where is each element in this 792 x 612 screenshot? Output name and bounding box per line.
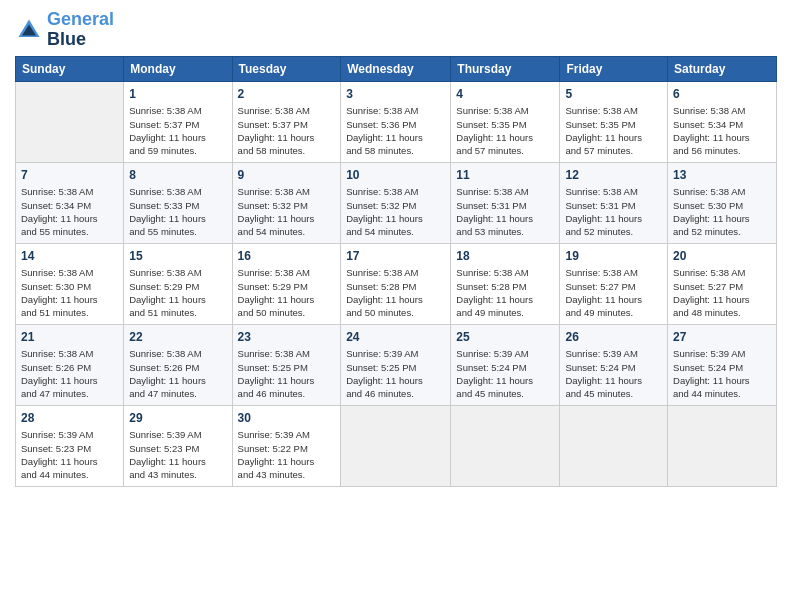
day-info-line: Sunrise: 5:38 AM — [673, 267, 745, 278]
day-info-line: Daylight: 11 hours — [238, 213, 315, 224]
column-header-tuesday: Tuesday — [232, 56, 341, 81]
logo: General Blue — [15, 10, 114, 50]
day-info-line: Daylight: 11 hours — [673, 294, 750, 305]
day-info-line: Daylight: 11 hours — [129, 132, 206, 143]
day-cell — [451, 405, 560, 486]
day-cell: 14Sunrise: 5:38 AMSunset: 5:30 PMDayligh… — [16, 243, 124, 324]
day-number: 19 — [565, 248, 662, 265]
day-info-line: and 51 minutes. — [21, 307, 89, 318]
week-row-5: 28Sunrise: 5:39 AMSunset: 5:23 PMDayligh… — [16, 405, 777, 486]
day-number: 11 — [456, 167, 554, 184]
day-number: 30 — [238, 410, 336, 427]
day-cell: 26Sunrise: 5:39 AMSunset: 5:24 PMDayligh… — [560, 324, 668, 405]
day-info-line: Daylight: 11 hours — [673, 375, 750, 386]
day-info-line: and 43 minutes. — [129, 469, 197, 480]
day-cell: 19Sunrise: 5:38 AMSunset: 5:27 PMDayligh… — [560, 243, 668, 324]
day-info-line: and 47 minutes. — [129, 388, 197, 399]
day-info-line: Sunrise: 5:38 AM — [456, 105, 528, 116]
day-number: 21 — [21, 329, 118, 346]
day-info-line: and 58 minutes. — [346, 145, 414, 156]
day-info-line: Sunset: 5:28 PM — [346, 281, 416, 292]
day-info-line: Daylight: 11 hours — [456, 375, 533, 386]
day-info-line: Sunrise: 5:38 AM — [346, 186, 418, 197]
day-number: 7 — [21, 167, 118, 184]
column-header-sunday: Sunday — [16, 56, 124, 81]
day-cell: 1Sunrise: 5:38 AMSunset: 5:37 PMDaylight… — [124, 81, 232, 162]
day-cell: 8Sunrise: 5:38 AMSunset: 5:33 PMDaylight… — [124, 162, 232, 243]
day-cell — [16, 81, 124, 162]
day-info-line: Daylight: 11 hours — [673, 132, 750, 143]
week-row-4: 21Sunrise: 5:38 AMSunset: 5:26 PMDayligh… — [16, 324, 777, 405]
day-number: 13 — [673, 167, 771, 184]
day-info-line: Sunset: 5:33 PM — [129, 200, 199, 211]
day-cell: 30Sunrise: 5:39 AMSunset: 5:22 PMDayligh… — [232, 405, 341, 486]
day-info-line: Daylight: 11 hours — [456, 213, 533, 224]
day-info-line: and 58 minutes. — [238, 145, 306, 156]
day-info-line: Daylight: 11 hours — [565, 213, 642, 224]
day-info-line: Sunset: 5:24 PM — [673, 362, 743, 373]
day-cell: 5Sunrise: 5:38 AMSunset: 5:35 PMDaylight… — [560, 81, 668, 162]
day-info-line: Daylight: 11 hours — [238, 456, 315, 467]
day-info-line: and 54 minutes. — [238, 226, 306, 237]
day-number: 20 — [673, 248, 771, 265]
day-info-line: and 45 minutes. — [565, 388, 633, 399]
day-info-line: Sunrise: 5:39 AM — [673, 348, 745, 359]
day-number: 14 — [21, 248, 118, 265]
day-number: 2 — [238, 86, 336, 103]
day-info-line: Daylight: 11 hours — [238, 294, 315, 305]
day-info-line: Daylight: 11 hours — [456, 294, 533, 305]
day-info-line: Sunrise: 5:38 AM — [673, 105, 745, 116]
day-info-line: Sunset: 5:26 PM — [129, 362, 199, 373]
day-cell: 13Sunrise: 5:38 AMSunset: 5:30 PMDayligh… — [668, 162, 777, 243]
day-info-line: Daylight: 11 hours — [21, 375, 98, 386]
day-info-line: Sunset: 5:30 PM — [673, 200, 743, 211]
day-number: 3 — [346, 86, 445, 103]
day-number: 8 — [129, 167, 226, 184]
main-container: General Blue SundayMondayTuesdayWednesda… — [0, 0, 792, 497]
day-info-line: and 46 minutes. — [238, 388, 306, 399]
day-cell: 29Sunrise: 5:39 AMSunset: 5:23 PMDayligh… — [124, 405, 232, 486]
day-info-line: Sunset: 5:34 PM — [673, 119, 743, 130]
day-info-line: Sunrise: 5:38 AM — [129, 267, 201, 278]
day-info-line: and 47 minutes. — [21, 388, 89, 399]
day-number: 26 — [565, 329, 662, 346]
day-info-line: Daylight: 11 hours — [565, 375, 642, 386]
day-info-line: Sunrise: 5:38 AM — [456, 267, 528, 278]
day-number: 15 — [129, 248, 226, 265]
day-number: 1 — [129, 86, 226, 103]
day-info-line: Sunrise: 5:38 AM — [21, 267, 93, 278]
day-info-line: Sunset: 5:22 PM — [238, 443, 308, 454]
day-info-line: Sunrise: 5:38 AM — [456, 186, 528, 197]
day-info-line: Sunrise: 5:39 AM — [565, 348, 637, 359]
day-cell: 27Sunrise: 5:39 AMSunset: 5:24 PMDayligh… — [668, 324, 777, 405]
calendar-table: SundayMondayTuesdayWednesdayThursdayFrid… — [15, 56, 777, 487]
calendar-header-row: SundayMondayTuesdayWednesdayThursdayFrid… — [16, 56, 777, 81]
week-row-3: 14Sunrise: 5:38 AMSunset: 5:30 PMDayligh… — [16, 243, 777, 324]
day-cell: 16Sunrise: 5:38 AMSunset: 5:29 PMDayligh… — [232, 243, 341, 324]
day-info-line: Sunrise: 5:39 AM — [21, 429, 93, 440]
day-info-line: Sunrise: 5:38 AM — [21, 186, 93, 197]
day-number: 29 — [129, 410, 226, 427]
day-number: 25 — [456, 329, 554, 346]
logo-text: General Blue — [47, 10, 114, 50]
day-info-line: Daylight: 11 hours — [129, 375, 206, 386]
day-info-line: Sunset: 5:30 PM — [21, 281, 91, 292]
day-info-line: Daylight: 11 hours — [238, 375, 315, 386]
day-info-line: Sunset: 5:32 PM — [346, 200, 416, 211]
day-info-line: Sunset: 5:31 PM — [456, 200, 526, 211]
day-info-line: Sunrise: 5:38 AM — [565, 267, 637, 278]
day-number: 9 — [238, 167, 336, 184]
day-cell: 2Sunrise: 5:38 AMSunset: 5:37 PMDaylight… — [232, 81, 341, 162]
day-info-line: and 49 minutes. — [565, 307, 633, 318]
day-info-line: Daylight: 11 hours — [346, 132, 423, 143]
day-number: 12 — [565, 167, 662, 184]
logo-icon — [15, 16, 43, 44]
day-info-line: Daylight: 11 hours — [21, 456, 98, 467]
day-cell — [668, 405, 777, 486]
day-info-line: Sunset: 5:35 PM — [565, 119, 635, 130]
week-row-1: 1Sunrise: 5:38 AMSunset: 5:37 PMDaylight… — [16, 81, 777, 162]
day-info-line: Daylight: 11 hours — [129, 456, 206, 467]
day-info-line: Sunset: 5:32 PM — [238, 200, 308, 211]
day-number: 16 — [238, 248, 336, 265]
day-info-line: Sunset: 5:29 PM — [238, 281, 308, 292]
